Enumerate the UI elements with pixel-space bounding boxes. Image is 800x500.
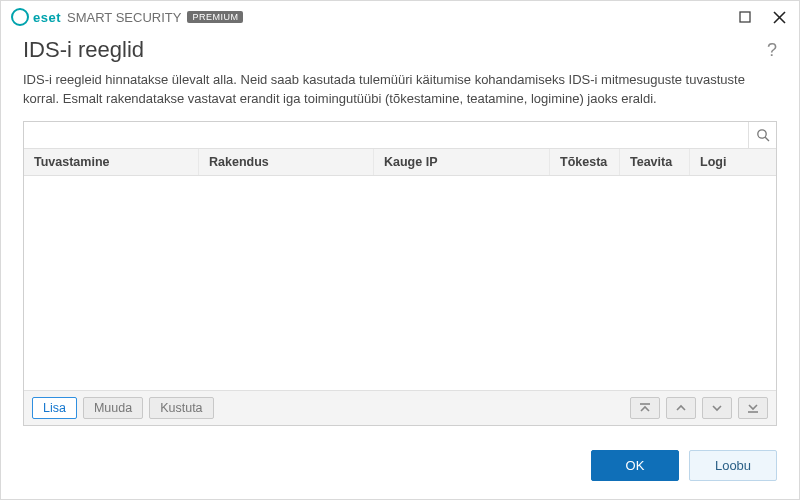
ok-button[interactable]: OK (591, 450, 679, 481)
reorder-buttons (630, 397, 768, 419)
svg-point-3 (757, 129, 765, 137)
search-input[interactable] (24, 122, 748, 147)
window-controls (735, 7, 789, 27)
rules-panel: Tuvastamine Rakendus Kauge IP Tõkesta Te… (23, 121, 777, 426)
brand-product: SMART SECURITY (67, 10, 181, 25)
chevron-top-icon (638, 402, 652, 414)
window-close-button[interactable] (769, 7, 789, 27)
window-maximize-button[interactable] (735, 7, 755, 27)
content-area: Tuvastamine Rakendus Kauge IP Tõkesta Te… (1, 121, 799, 436)
app-window: eset SMART SECURITY PREMIUM IDS-i reegli… (0, 0, 800, 500)
column-log[interactable]: Logi (690, 149, 776, 175)
table-body (24, 176, 776, 390)
eset-logo: eset (11, 8, 61, 26)
column-block[interactable]: Tõkesta (550, 149, 620, 175)
dialog-footer: OK Loobu (1, 436, 799, 499)
column-notify[interactable]: Teavita (620, 149, 690, 175)
table-header: Tuvastamine Rakendus Kauge IP Tõkesta Te… (24, 149, 776, 176)
column-remote-ip[interactable]: Kauge IP (374, 149, 550, 175)
chevron-bottom-icon (746, 402, 760, 414)
search-button[interactable] (748, 122, 776, 148)
column-application[interactable]: Rakendus (199, 149, 374, 175)
chevron-up-icon (674, 402, 688, 414)
edit-button[interactable]: Muuda (83, 397, 143, 419)
header: IDS-i reeglid ? (1, 31, 799, 71)
panel-footer: Lisa Muuda Kustuta (24, 390, 776, 425)
move-up-button[interactable] (666, 397, 696, 419)
search-icon (756, 128, 770, 142)
help-button[interactable]: ? (767, 40, 777, 61)
square-icon (739, 11, 751, 23)
page-title: IDS-i reeglid (23, 37, 144, 63)
delete-button[interactable]: Kustuta (149, 397, 213, 419)
move-top-button[interactable] (630, 397, 660, 419)
chevron-down-icon (710, 402, 724, 414)
brand: eset SMART SECURITY PREMIUM (11, 8, 243, 26)
titlebar: eset SMART SECURITY PREMIUM (1, 1, 799, 31)
add-button[interactable]: Lisa (32, 397, 77, 419)
close-icon (773, 11, 786, 24)
svg-line-4 (765, 137, 769, 141)
move-bottom-button[interactable] (738, 397, 768, 419)
page-description: IDS-i reegleid hinnatakse ülevalt alla. … (1, 71, 799, 121)
move-down-button[interactable] (702, 397, 732, 419)
svg-rect-0 (740, 12, 750, 22)
question-icon: ? (767, 40, 777, 60)
brand-edition-badge: PREMIUM (187, 11, 243, 23)
search-row (24, 122, 776, 149)
cancel-button[interactable]: Loobu (689, 450, 777, 481)
row-action-buttons: Lisa Muuda Kustuta (32, 397, 214, 419)
column-detection[interactable]: Tuvastamine (24, 149, 199, 175)
